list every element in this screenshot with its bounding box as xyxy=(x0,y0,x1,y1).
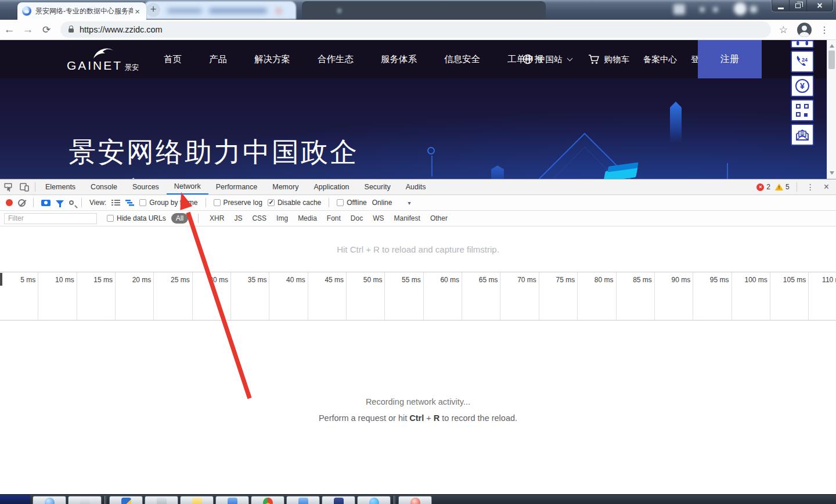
taskbar-button-skype[interactable] xyxy=(357,496,391,504)
chrome-icon xyxy=(263,498,273,504)
globe-icon xyxy=(522,54,533,64)
hide-data-urls-option[interactable]: Hide data URLs xyxy=(107,214,166,222)
locale-selector[interactable]: 中国站 xyxy=(537,54,563,65)
https-lock-icon[interactable] xyxy=(69,28,74,33)
taskbar-button-folder[interactable] xyxy=(68,496,102,504)
window-minimize-button[interactable] xyxy=(772,0,790,12)
phone-24h-icon[interactable]: 24 xyxy=(791,51,814,73)
filter-type-doc[interactable]: Doc xyxy=(349,213,364,224)
qr-code-icon[interactable] xyxy=(791,99,814,121)
window-restore-button[interactable] xyxy=(790,0,807,12)
list-view-icon[interactable] xyxy=(111,199,120,206)
devtools-tab-memory[interactable]: Memory xyxy=(265,179,306,195)
filter-type-all[interactable]: All xyxy=(171,213,188,224)
site-logo[interactable]: GAINET 景安 xyxy=(65,46,140,73)
timeline-tick: 30 ms xyxy=(193,272,231,320)
icp-center-link[interactable]: 备案中心 xyxy=(643,54,677,65)
taskbar-button-folder-yellow[interactable] xyxy=(180,496,214,504)
taskbar-button-media-player[interactable] xyxy=(398,496,432,504)
devtools-tab-sources[interactable]: Sources xyxy=(125,179,167,195)
devtools-tab-performance[interactable]: Performance xyxy=(208,179,265,195)
preserve-log-checkbox[interactable] xyxy=(214,199,221,206)
mail-feedback-icon[interactable] xyxy=(791,124,814,146)
filter-type-img[interactable]: Img xyxy=(275,213,289,224)
device-toolbar-icon[interactable] xyxy=(16,179,33,195)
taskbar-button-internet-explorer[interactable] xyxy=(33,496,66,504)
cart-link[interactable]: 购物车 xyxy=(604,54,630,65)
cart-icon[interactable] xyxy=(588,54,600,64)
nav-item[interactable]: 信息安全 xyxy=(444,53,480,66)
register-button[interactable]: 注册 xyxy=(698,40,762,78)
service-headset-icon[interactable] xyxy=(791,40,814,48)
throttling-caret-icon[interactable]: ▾ xyxy=(408,200,410,206)
nav-item[interactable]: 合作生态 xyxy=(318,53,354,66)
filter-type-js[interactable]: JS xyxy=(233,213,243,224)
url-text[interactable]: https://www.zzidc.com xyxy=(80,25,163,34)
nav-item[interactable]: 解决方案 xyxy=(254,53,290,66)
inspect-element-icon[interactable] xyxy=(0,179,16,195)
price-yen-icon[interactable]: ¥ xyxy=(791,75,814,97)
devtools-menu-icon[interactable]: ⋮ xyxy=(804,182,817,192)
hide-data-urls-checkbox[interactable] xyxy=(107,215,114,222)
record-button[interactable] xyxy=(6,199,13,206)
filter-type-font[interactable]: Font xyxy=(326,213,342,224)
devtools-tab-audits[interactable]: Audits xyxy=(398,179,434,195)
taskbar-button-app-dark[interactable] xyxy=(322,496,355,504)
offline-checkbox[interactable] xyxy=(337,199,344,206)
nav-item[interactable]: 产品 xyxy=(209,53,227,66)
reload-button[interactable]: ⟳ xyxy=(37,24,56,36)
taskbar-button-explorer[interactable] xyxy=(145,496,178,504)
console-errors-badge[interactable]: × 2 xyxy=(756,183,770,191)
tab-close-icon[interactable]: × xyxy=(133,7,142,16)
filter-type-media[interactable]: Media xyxy=(297,213,318,224)
nav-item[interactable]: 首页 xyxy=(164,53,182,66)
taskbar-button-word[interactable] xyxy=(215,496,249,504)
offline-option[interactable]: Offline xyxy=(337,199,366,207)
network-filter-input[interactable] xyxy=(4,213,97,224)
browser-menu-icon[interactable]: ⋮ xyxy=(820,24,829,35)
forward-button[interactable]: → xyxy=(19,23,37,36)
waterfall-view-icon[interactable] xyxy=(125,199,134,206)
filter-type-ws[interactable]: WS xyxy=(372,213,385,224)
filter-icon[interactable] xyxy=(56,200,64,205)
scrollbar-thumb[interactable] xyxy=(828,51,835,69)
capture-screenshots-icon[interactable] xyxy=(41,200,51,206)
light-pole-graphic xyxy=(427,147,435,154)
back-button[interactable]: ← xyxy=(0,23,19,36)
browser-tab[interactable]: 景安网络-专业的数据中心服务商 × xyxy=(17,2,146,20)
throttling-select[interactable]: Online xyxy=(372,199,392,207)
taskbar-button-chrome[interactable] xyxy=(251,496,284,504)
bookmark-star-icon[interactable]: ☆ xyxy=(779,24,788,36)
clear-icon[interactable] xyxy=(18,199,26,207)
profile-avatar[interactable] xyxy=(797,23,812,37)
taskbar-button-messenger-blue[interactable] xyxy=(109,496,143,504)
scroll-up-icon[interactable] xyxy=(827,41,836,51)
devtools-tab-security[interactable]: Security xyxy=(357,179,398,195)
devtools-tab-network[interactable]: Network xyxy=(167,179,208,195)
devtools-tab-elements[interactable]: Elements xyxy=(38,179,83,195)
address-omnibox[interactable]: https://www.zzidc.com xyxy=(60,21,771,38)
filter-type-css[interactable]: CSS xyxy=(251,213,268,224)
filter-type-xhr[interactable]: XHR xyxy=(208,213,225,224)
window-close-button[interactable]: × xyxy=(807,0,833,12)
nav-item[interactable]: 服务体系 xyxy=(381,53,417,66)
console-warnings-badge[interactable]: 5 xyxy=(775,183,790,191)
group-by-frame-checkbox[interactable] xyxy=(139,199,146,206)
preserve-log-option[interactable]: Preserve log xyxy=(214,199,262,207)
start-button[interactable] xyxy=(0,495,30,504)
group-by-frame-option[interactable]: Group by frame xyxy=(139,199,197,207)
devtools-tab-application[interactable]: Application xyxy=(306,179,356,195)
filter-type-manifest[interactable]: Manifest xyxy=(393,213,421,224)
taskbar-button-outlook[interactable] xyxy=(286,496,320,504)
disable-cache-checkbox[interactable] xyxy=(268,199,275,206)
hide-data-urls-label: Hide data URLs xyxy=(117,214,166,222)
chevron-down-icon[interactable] xyxy=(567,56,572,62)
filter-type-other[interactable]: Other xyxy=(429,213,449,224)
devtools-close-icon[interactable]: × xyxy=(821,182,831,192)
disable-cache-option[interactable]: Disable cache xyxy=(268,199,321,207)
scroll-down-icon[interactable] xyxy=(827,168,836,178)
search-icon[interactable] xyxy=(69,200,74,205)
devtools-tab-console[interactable]: Console xyxy=(83,179,125,195)
new-tab-button[interactable]: + xyxy=(146,3,160,17)
page-scrollbar[interactable] xyxy=(827,40,836,179)
